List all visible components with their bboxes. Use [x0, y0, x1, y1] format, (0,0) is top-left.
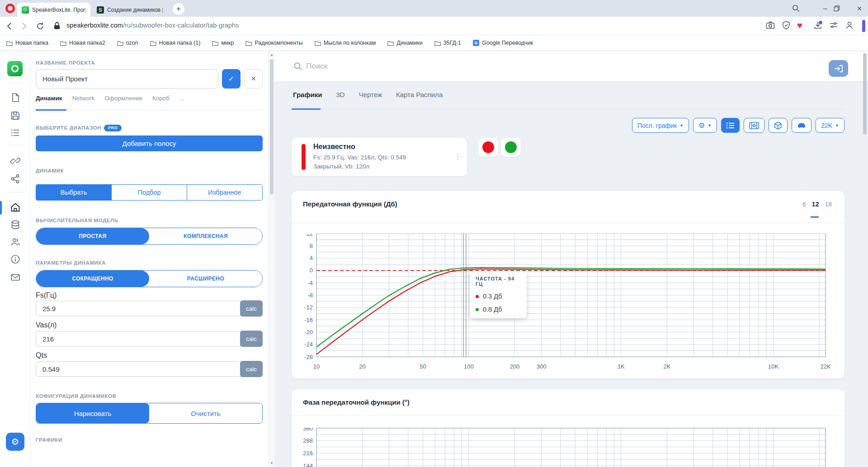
cube-3d-view-button[interactable] [769, 118, 788, 133]
option-narisovat[interactable]: Нарисовать [36, 403, 149, 423]
tab-chertezh[interactable]: Чертеж [359, 91, 382, 98]
model-toggle: ПРОСТАЯ КОМПЛЕКСНАЯ [36, 228, 263, 245]
url-text[interactable]: speakerboxlite.com/ru/subwoofer-box-calc… [66, 22, 239, 29]
forward-button[interactable] [18, 21, 29, 32]
info-icon[interactable] [10, 254, 21, 265]
window-close-button[interactable]: × [851, 4, 868, 14]
project-name-input[interactable] [36, 69, 218, 89]
bookmark-item[interactable]: Динамики [387, 40, 422, 46]
frequency-range-dropdown[interactable]: 22K▼ [816, 118, 844, 133]
add-band-button[interactable]: Добавить полосу [36, 135, 263, 151]
new-tab-button[interactable]: + [173, 3, 184, 15]
option-podbor[interactable]: Подбор [111, 185, 187, 200]
option-kompleksnaya[interactable]: КОМПЛЕКСНАЯ [149, 228, 262, 244]
tab-more[interactable]: ... [179, 95, 184, 110]
snapshot-camera-icon[interactable] [765, 20, 775, 30]
save-icon[interactable] [10, 110, 21, 121]
project-cancel-button[interactable]: × [244, 69, 263, 89]
main-scrollbar-thumb[interactable] [863, 53, 867, 135]
option-izbrannoe[interactable]: Избранное [187, 185, 262, 200]
speaker-summary-card[interactable]: Неизвестно Fs: 25.9 Гц, Vas: 216л, Qts: … [292, 138, 467, 176]
active-slope-underline [811, 216, 819, 218]
settings-sliders-icon[interactable] [829, 20, 839, 30]
panel-scrollbar[interactable]: ▲ ▼ [268, 51, 274, 467]
window-maximize-button[interactable] [834, 5, 851, 12]
bookmark-item[interactable]: Новая папка2 [60, 40, 105, 46]
model-section-label: ВЫЧИСЛИТЕЛЬНАЯ МОДЕЛЬ [36, 218, 263, 223]
tab-3d[interactable]: 3D [336, 91, 345, 98]
option-sokrashchenno[interactable]: СОКРАЩЕННО [36, 271, 149, 287]
mail-icon[interactable] [10, 272, 21, 283]
reload-button[interactable] [35, 21, 46, 32]
favorites-heart-icon[interactable]: ♥ [797, 20, 807, 30]
car-view-button[interactable] [792, 118, 811, 133]
opera-menu-icon[interactable] [5, 4, 15, 13]
tab-dinamik[interactable]: Динамик [36, 95, 62, 110]
option-prostaya[interactable]: ПРОСТАЯ [36, 228, 149, 244]
users-icon[interactable] [10, 237, 21, 248]
bookmark-item[interactable]: 35ГД-1 [434, 40, 461, 46]
svg-text:144: 144 [303, 462, 313, 467]
curve-color-red-button[interactable] [478, 138, 498, 157]
browser-search-icon[interactable] [792, 0, 809, 17]
tab-grafiki[interactable]: Графики [293, 91, 322, 98]
list-view-button[interactable] [721, 118, 740, 133]
project-confirm-button[interactable]: ✓ [222, 69, 241, 89]
bookmark-item[interactable]: ozon [117, 40, 138, 46]
browser-tab-2[interactable]: S Создание динамиков | Ст [92, 3, 167, 17]
slope-18[interactable]: 18 [825, 201, 832, 208]
main-scrollbar[interactable] [863, 52, 867, 464]
tab-oformlenie[interactable]: Оформление [104, 95, 142, 110]
scrollbar-thumb[interactable] [270, 59, 274, 195]
qts-calc-button[interactable]: calc [240, 361, 263, 377]
pro-badge: PRO [104, 125, 122, 131]
home-icon[interactable] [10, 202, 21, 213]
tab-korob[interactable]: Короб [152, 95, 170, 110]
svg-text:0: 0 [310, 267, 313, 274]
bookmark-item[interactable]: Радиокомпоненты [245, 40, 302, 46]
bookmark-item[interactable]: Новая папка (1) [150, 40, 201, 46]
lock-icon[interactable] [52, 21, 63, 32]
slope-6[interactable]: 6 [802, 201, 806, 208]
graph-settings-dropdown[interactable]: ⚙▼ [693, 118, 717, 133]
option-ochistit[interactable]: Очистить [149, 403, 262, 423]
sidebar-panel-toggle[interactable] [862, 20, 865, 32]
bookmark-item[interactable]: Новая папка [6, 40, 48, 46]
qts-input[interactable] [36, 361, 263, 377]
new-project-icon[interactable] [10, 92, 21, 103]
option-rasshireno[interactable]: РАСШИРЕНО [149, 271, 262, 287]
fs-input[interactable] [36, 301, 263, 316]
settings-gear-button[interactable]: ⚙ [6, 433, 24, 451]
bookmark-item-google-translate[interactable]: GGoogle Переводчик [473, 40, 533, 46]
tab-network[interactable]: Network [72, 95, 95, 110]
downloads-icon[interactable] [813, 20, 823, 30]
database-icon[interactable] [10, 219, 21, 230]
search-input[interactable] [306, 59, 713, 74]
app-logo[interactable] [7, 61, 23, 76]
share-icon[interactable] [10, 173, 21, 184]
scroll-down-arrow[interactable]: ▼ [269, 461, 275, 465]
logout-button[interactable] [829, 60, 848, 77]
shield-icon[interactable] [781, 20, 791, 30]
back-button[interactable] [5, 21, 15, 32]
vas-calc-button[interactable]: calc [240, 331, 263, 347]
last-graph-dropdown[interactable]: Посл. график▼ [632, 118, 689, 133]
scroll-up-arrow[interactable]: ▲ [269, 53, 275, 57]
browser-tab-active[interactable]: SpeakerBoxLite. Програм [17, 3, 90, 17]
slope-12[interactable]: 12 [812, 201, 819, 208]
transfer-function-plot[interactable]: 12840-4-8-12-16-20-24-281020501002003001… [296, 234, 839, 374]
speaker-box-view-button[interactable] [744, 118, 764, 133]
curve-color-green-button[interactable] [501, 138, 521, 157]
card-menu-icon[interactable]: ⋮ [454, 152, 462, 161]
link-icon[interactable] [10, 155, 21, 166]
phase-plot[interactable]: 360288216144 [296, 428, 839, 467]
vas-input[interactable] [36, 331, 263, 346]
tab-karta-raspila[interactable]: Карта Распила [396, 91, 443, 98]
option-vybrat[interactable]: Выбрать [36, 185, 111, 200]
project-list-icon[interactable] [10, 127, 21, 138]
bookmark-item[interactable]: Мысли по колонкам [315, 40, 376, 46]
window-minimize-button[interactable]: – [816, 5, 834, 13]
profile-icon[interactable] [844, 20, 854, 30]
bookmark-item[interactable]: микр [212, 40, 234, 46]
fs-calc-button[interactable]: calc [240, 300, 263, 317]
